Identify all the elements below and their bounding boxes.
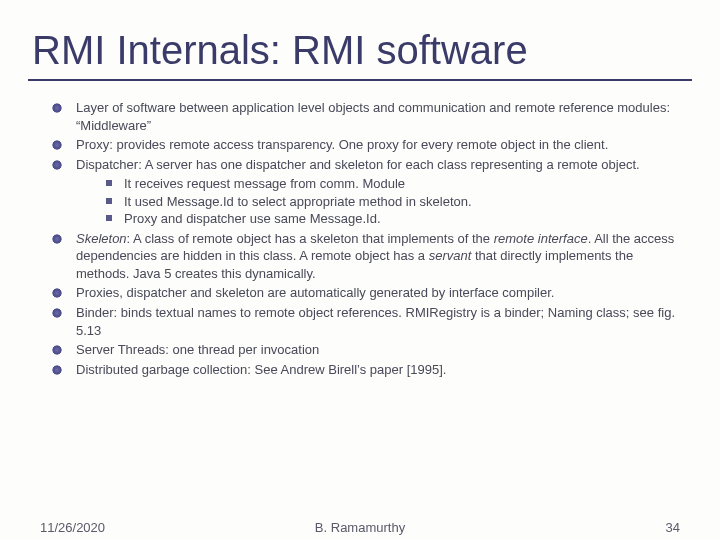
list-item: Proxies, dispatcher and skeleton are aut… (52, 284, 688, 302)
list-item-text: Dispatcher: A server has one dispatcher … (76, 157, 640, 172)
italic-term: Skeleton (76, 231, 127, 246)
sub-list-item: Proxy and dispatcher use same Message.Id… (106, 210, 688, 228)
slide-body: Layer of software between application le… (0, 99, 720, 378)
list-item: Binder: binds textual names to remote ob… (52, 304, 688, 339)
bullet-list: Layer of software between application le… (52, 99, 688, 378)
list-item: Dispatcher: A server has one dispatcher … (52, 156, 688, 228)
list-item: Proxy: provides remote access transparen… (52, 136, 688, 154)
text-run: : A class of remote object has a skeleto… (127, 231, 494, 246)
sub-list-item: It receives request message from comm. M… (106, 175, 688, 193)
list-item: Skeleton: A class of remote object has a… (52, 230, 688, 283)
footer-date: 11/26/2020 (40, 520, 105, 535)
sub-list-item: It used Message.Id to select appropriate… (106, 193, 688, 211)
footer-author: B. Ramamurthy (315, 520, 405, 535)
list-item: Layer of software between application le… (52, 99, 688, 134)
italic-term: remote interface (494, 231, 588, 246)
sub-list: It receives request message from comm. M… (76, 175, 688, 228)
list-item: Distributed garbage collection: See Andr… (52, 361, 688, 379)
list-item: Server Threads: one thread per invocatio… (52, 341, 688, 359)
slide-title: RMI Internals: RMI software (0, 0, 720, 79)
footer-page-number: 34 (666, 520, 680, 535)
italic-term: servant (429, 248, 472, 263)
title-underline (28, 79, 692, 81)
